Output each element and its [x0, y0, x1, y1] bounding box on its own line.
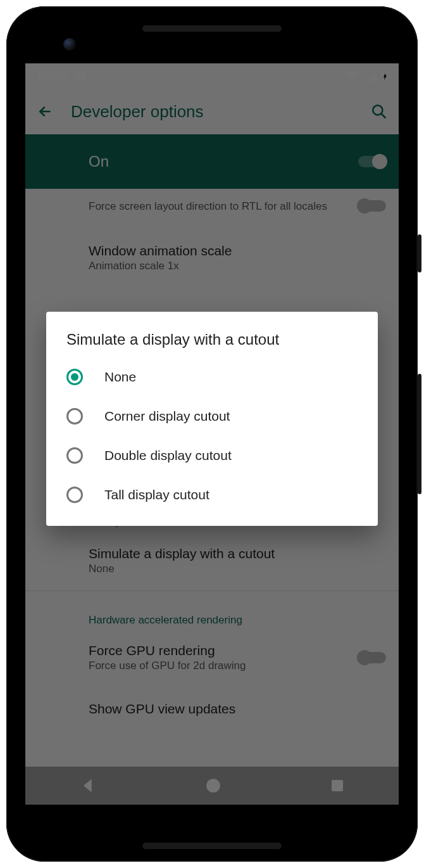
master-toggle-row[interactable]: On [25, 134, 399, 189]
cutout-option-none[interactable]: None [46, 357, 378, 397]
cutout-option-label: Double display cutout [104, 448, 232, 463]
setting-display-cutout[interactable]: Simulate a display with a cutout None [25, 531, 399, 590]
cutout-dialog-title: Simulate a display with a cutout [46, 331, 378, 357]
setting-window-animation[interactable]: Window animation scale Animation scale 1… [25, 223, 399, 293]
speaker-bottom [142, 843, 282, 849]
page-title: Developer options [71, 102, 353, 122]
setting-cutout-subtitle: None [89, 563, 386, 575]
svg-rect-1 [383, 70, 386, 72]
battery-charging-icon [381, 70, 389, 82]
setting-force-gpu[interactable]: Force GPU rendering Force use of GPU for… [25, 633, 399, 682]
radio-icon [66, 447, 83, 464]
radio-icon [66, 408, 83, 424]
setting-force-rtl[interactable]: Force screen layout direction to RTL for… [25, 189, 399, 223]
setting-gpu-subtitle: Force use of GPU for 2d drawing [89, 660, 348, 672]
setting-gpu-updates-title: Show GPU view updates [89, 701, 386, 717]
front-camera [63, 38, 76, 51]
back-arrow-icon[interactable] [37, 103, 53, 120]
force-gpu-switch[interactable] [358, 652, 386, 663]
master-toggle-switch[interactable] [358, 156, 386, 167]
svg-rect-4 [332, 780, 343, 791]
svg-point-3 [206, 779, 220, 793]
search-icon[interactable] [371, 103, 387, 120]
setting-wanim-subtitle: Animation scale 1x [89, 260, 386, 272]
master-toggle-label: On [89, 153, 358, 170]
cellular-icon [363, 70, 376, 82]
setting-gpu-title: Force GPU rendering [89, 643, 348, 658]
setting-wanim-title: Window animation scale [89, 243, 386, 258]
setting-rtl-subtitle: Force screen layout direction to RTL for… [89, 200, 348, 213]
nav-back-icon[interactable] [79, 777, 97, 795]
section-hw-rendering: Hardware accelerated rendering [25, 590, 399, 633]
side-button-power [418, 234, 421, 272]
status-bar: 10:56 [25, 63, 399, 89]
setting-show-gpu-updates[interactable]: Show GPU view updates [25, 682, 399, 727]
cutout-option-corner[interactable]: Corner display cutout [46, 397, 378, 436]
cutout-option-label: Tall display cutout [104, 487, 209, 502]
force-rtl-switch[interactable] [358, 200, 386, 212]
side-button-volume [418, 374, 421, 494]
cutout-option-label: None [104, 369, 136, 385]
cutout-dialog: Simulate a display with a cutout None Co… [46, 312, 378, 526]
radio-icon [66, 487, 83, 503]
setting-cutout-title: Simulate a display with a cutout [89, 546, 386, 561]
cutout-option-tall[interactable]: Tall display cutout [46, 475, 378, 514]
wifi-icon [344, 70, 358, 82]
gear-icon [75, 70, 87, 82]
cutout-option-double[interactable]: Double display cutout [46, 436, 378, 475]
speaker-top [142, 25, 282, 32]
navigation-bar [25, 767, 399, 805]
app-bar: Developer options [25, 89, 399, 134]
nav-recent-icon[interactable] [330, 778, 345, 793]
radio-selected-icon [66, 369, 83, 385]
status-time: 10:56 [35, 69, 67, 84]
cutout-option-label: Corner display cutout [104, 409, 230, 424]
nav-home-icon[interactable] [205, 777, 221, 794]
